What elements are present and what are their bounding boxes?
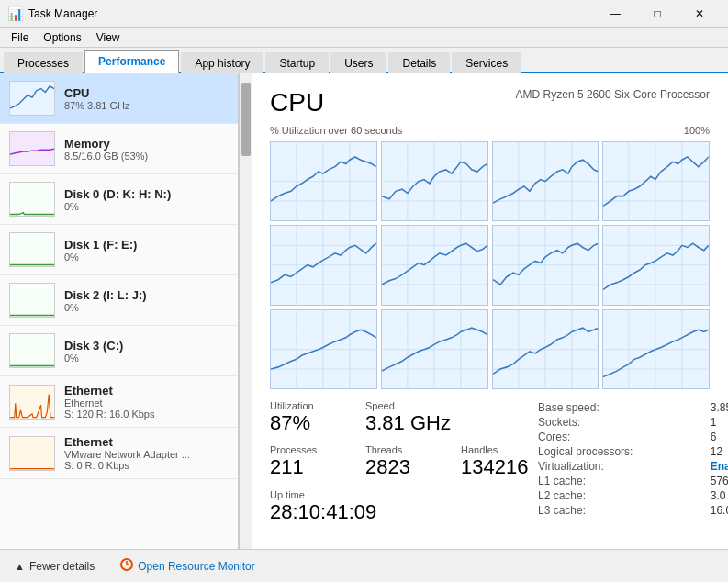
graphs-area [270, 141, 710, 389]
graph-cell-1 [270, 141, 377, 221]
memory-name: Memory [64, 137, 229, 151]
detail-subtitle: AMD Ryzen 5 2600 Six-Core Processor [516, 88, 710, 101]
graph-cell-2 [381, 141, 488, 221]
fewer-details-button[interactable]: ▲ Fewer details [9, 556, 100, 576]
threads-label: Threads [365, 444, 439, 455]
disk2-name: Disk 2 (I: L: J:) [64, 288, 229, 302]
info-table: Base speed: 3.85 GHz Sockets: 1 Cores: 6… [534, 400, 728, 518]
tab-services[interactable]: Services [452, 52, 521, 73]
graph-cell-4 [602, 141, 710, 221]
logical-value: 12 [707, 444, 728, 459]
graph-cell-12 [602, 309, 710, 389]
svg-rect-2 [10, 183, 54, 216]
disk3-name: Disk 3 (C:) [64, 339, 229, 353]
info-row-l1: L1 cache: 576 KB [534, 474, 728, 488]
close-button[interactable]: ✕ [678, 0, 721, 28]
menu-view[interactable]: View [89, 29, 128, 46]
virt-label: Virtualization: [534, 459, 707, 474]
ethernet1-info: Ethernet Ethernet S: 120 R: 16.0 Kbps [64, 384, 229, 420]
disk1-info: Disk 1 (F: E:) 0% [64, 238, 229, 263]
stats-right: Base speed: 3.85 GHz Sockets: 1 Cores: 6… [534, 400, 728, 524]
disk3-info: Disk 3 (C:) 0% [64, 339, 229, 364]
minimize-button[interactable]: — [594, 0, 636, 28]
disk3-thumb [9, 333, 55, 368]
tab-processes[interactable]: Processes [4, 52, 83, 73]
svg-rect-5 [10, 334, 54, 367]
open-resource-monitor-label: Open Resource Monitor [138, 560, 254, 573]
detail-panel: CPU AMD Ryzen 5 2600 Six-Core Processor … [252, 73, 728, 549]
sidebar-item-disk1[interactable]: Disk 1 (F: E:) 0% [0, 225, 238, 275]
sidebar-item-cpu[interactable]: CPU 87% 3.81 GHz [0, 73, 238, 124]
app-icon: 📊 [7, 6, 23, 21]
detail-header: CPU AMD Ryzen 5 2600 Six-Core Processor [270, 88, 710, 118]
processes-stat: Processes 211 [270, 444, 343, 479]
sidebar-scrollbar-thumb[interactable] [241, 83, 251, 156]
sidebar: CPU 87% 3.81 GHz Memory 8.5/16.0 GB (53%… [0, 73, 239, 549]
disk0-name: Disk 0 (D: K: H: N:) [64, 187, 229, 201]
svg-rect-4 [10, 284, 54, 317]
cpu-thumb [9, 81, 55, 116]
sidebar-scroll-container: CPU 87% 3.81 GHz Memory 8.5/16.0 GB (53%… [0, 73, 252, 549]
speed-stat: Speed 3.81 GHz [365, 400, 451, 435]
sidebar-item-disk2[interactable]: Disk 2 (I: L: J:) 0% [0, 275, 238, 326]
sidebar-item-disk0[interactable]: Disk 0 (D: K: H: N:) 0% [0, 174, 238, 225]
sidebar-item-disk3[interactable]: Disk 3 (C:) 0% [0, 326, 238, 376]
tab-performance[interactable]: Performance [84, 50, 179, 73]
disk2-info: Disk 2 (I: L: J:) 0% [64, 288, 229, 313]
ethernet1-sub2: Ethernet [64, 397, 229, 409]
disk0-sub: 0% [64, 201, 229, 212]
title-bar: 📊 Task Manager — □ ✕ [0, 0, 728, 28]
open-resource-monitor-button[interactable]: Open Resource Monitor [115, 554, 260, 577]
svg-rect-0 [10, 82, 54, 115]
disk1-sub: 0% [64, 252, 229, 263]
basespeed-value: 3.85 GHz [707, 400, 728, 415]
chevron-down-icon: ▲ [15, 561, 25, 572]
sidebar-scrollbar[interactable] [239, 73, 252, 549]
info-row-l3: L3 cache: 16.0 MB [534, 503, 728, 518]
disk1-thumb [9, 232, 55, 267]
memory-sub: 8.5/16.0 GB (53%) [64, 151, 229, 162]
uptime-value: 28:10:41:09 [270, 500, 534, 524]
tab-app-history[interactable]: App history [181, 52, 263, 73]
sidebar-item-ethernet2[interactable]: Ethernet VMware Network Adapter ... S: 0… [0, 428, 238, 479]
cpu-sub: 87% 3.81 GHz [64, 100, 229, 111]
menu-file[interactable]: File [4, 29, 36, 46]
logical-label: Logical processors: [534, 444, 707, 459]
ethernet2-name: Ethernet [64, 435, 229, 449]
disk2-thumb [9, 283, 55, 318]
graph-cell-11 [492, 309, 599, 389]
info-row-sockets: Sockets: 1 [534, 415, 728, 430]
threads-stat: Threads 2823 [365, 444, 439, 479]
disk2-sub: 0% [64, 302, 229, 313]
memory-info: Memory 8.5/16.0 GB (53%) [64, 137, 229, 162]
maximize-button[interactable]: □ [636, 0, 678, 28]
tab-details[interactable]: Details [388, 52, 450, 73]
bottom-bar: ▲ Fewer details Open Resource Monitor [0, 549, 728, 582]
l3-value: 16.0 MB [707, 503, 728, 518]
l2-value: 3.0 MB [707, 488, 728, 503]
info-row-virt: Virtualization: Enabled [534, 459, 728, 474]
stats-row-2: Processes 211 Threads 2823 Handles 13421… [270, 444, 534, 479]
main-content: CPU 87% 3.81 GHz Memory 8.5/16.0 GB (53%… [0, 73, 728, 549]
tab-users[interactable]: Users [330, 52, 386, 73]
l2-label: L2 cache: [534, 488, 707, 503]
l1-label: L1 cache: [534, 474, 707, 488]
info-row-logical: Logical processors: 12 [534, 444, 728, 459]
sidebar-item-ethernet1[interactable]: Ethernet Ethernet S: 120 R: 16.0 Kbps [0, 376, 238, 428]
sockets-label: Sockets: [534, 415, 707, 430]
svg-rect-1 [10, 132, 54, 165]
graph-cell-9 [270, 309, 377, 389]
disk0-thumb [9, 182, 55, 217]
speed-value: 3.81 GHz [365, 411, 451, 435]
detail-title: CPU [270, 88, 324, 118]
handles-value: 134216 [461, 455, 534, 479]
menu-options[interactable]: Options [36, 29, 88, 46]
handles-stat: Handles 134216 [461, 444, 534, 479]
ethernet2-sub2: VMware Network Adapter ... [64, 449, 229, 460]
cpu-name: CPU [64, 86, 229, 100]
uptime-label: Up time [270, 489, 534, 500]
sidebar-item-memory[interactable]: Memory 8.5/16.0 GB (53%) [0, 124, 238, 174]
utilization-value: 87% [270, 411, 343, 435]
handles-label: Handles [461, 444, 534, 455]
tab-startup[interactable]: Startup [265, 52, 329, 73]
